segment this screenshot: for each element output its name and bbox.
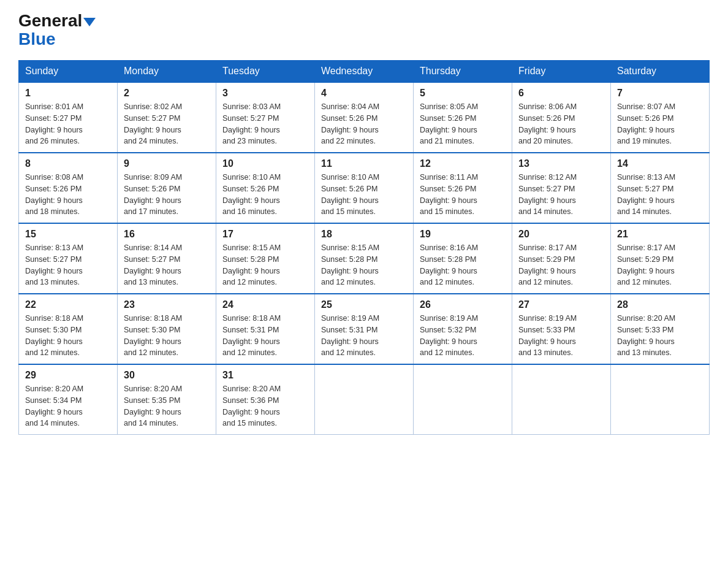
day-info: Sunrise: 8:19 AMSunset: 5:32 PMDaylight:… [420,313,506,359]
day-info: Sunrise: 8:20 AMSunset: 5:35 PMDaylight:… [124,383,210,429]
calendar-cell: 27Sunrise: 8:19 AMSunset: 5:33 PMDayligh… [512,294,611,364]
calendar-cell: 21Sunrise: 8:17 AMSunset: 5:29 PMDayligh… [611,223,710,294]
day-info: Sunrise: 8:19 AMSunset: 5:31 PMDaylight:… [321,313,407,359]
calendar-cell: 15Sunrise: 8:13 AMSunset: 5:27 PMDayligh… [19,223,118,294]
calendar-cell: 3Sunrise: 8:03 AMSunset: 5:27 PMDaylight… [216,82,315,153]
day-number: 17 [222,229,308,240]
calendar-cell: 9Sunrise: 8:09 AMSunset: 5:26 PMDaylight… [118,153,216,223]
day-number: 27 [518,299,604,310]
day-number: 8 [25,158,111,169]
day-number: 9 [124,158,210,169]
day-number: 20 [518,229,604,240]
day-number: 1 [25,88,111,99]
day-number: 28 [617,299,703,310]
logo-text: General [18,12,96,29]
calendar-cell: 8Sunrise: 8:08 AMSunset: 5:26 PMDaylight… [19,153,118,223]
calendar-cell: 4Sunrise: 8:04 AMSunset: 5:26 PMDaylight… [315,82,414,153]
day-number: 24 [222,299,308,310]
day-info: Sunrise: 8:10 AMSunset: 5:26 PMDaylight:… [222,172,308,218]
calendar-week-row: 15Sunrise: 8:13 AMSunset: 5:27 PMDayligh… [19,223,710,294]
calendar-cell: 25Sunrise: 8:19 AMSunset: 5:31 PMDayligh… [315,294,414,364]
day-number: 6 [518,88,604,99]
day-info: Sunrise: 8:20 AMSunset: 5:33 PMDaylight:… [617,313,703,359]
calendar-cell: 6Sunrise: 8:06 AMSunset: 5:26 PMDaylight… [512,82,611,153]
calendar-cell: 24Sunrise: 8:18 AMSunset: 5:31 PMDayligh… [216,294,315,364]
calendar-cell: 14Sunrise: 8:13 AMSunset: 5:27 PMDayligh… [611,153,710,223]
calendar-cell: 2Sunrise: 8:02 AMSunset: 5:27 PMDaylight… [118,82,216,153]
calendar-header-monday: Monday [118,61,216,83]
calendar-cell: 20Sunrise: 8:17 AMSunset: 5:29 PMDayligh… [512,223,611,294]
calendar-cell: 29Sunrise: 8:20 AMSunset: 5:34 PMDayligh… [19,364,118,435]
day-number: 12 [420,158,506,169]
calendar-table: SundayMondayTuesdayWednesdayThursdayFrid… [18,60,710,435]
calendar-week-row: 8Sunrise: 8:08 AMSunset: 5:26 PMDaylight… [19,153,710,223]
day-info: Sunrise: 8:03 AMSunset: 5:27 PMDaylight:… [222,101,308,147]
calendar-week-row: 1Sunrise: 8:01 AMSunset: 5:27 PMDaylight… [19,82,710,153]
day-number: 14 [617,158,703,169]
day-number: 26 [420,299,506,310]
calendar-cell: 19Sunrise: 8:16 AMSunset: 5:28 PMDayligh… [414,223,512,294]
day-info: Sunrise: 8:01 AMSunset: 5:27 PMDaylight:… [25,101,111,147]
day-info: Sunrise: 8:15 AMSunset: 5:28 PMDaylight:… [321,242,407,288]
day-info: Sunrise: 8:16 AMSunset: 5:28 PMDaylight:… [420,242,506,288]
calendar-cell: 16Sunrise: 8:14 AMSunset: 5:27 PMDayligh… [118,223,216,294]
calendar-cell: 23Sunrise: 8:18 AMSunset: 5:30 PMDayligh… [118,294,216,364]
calendar-cell: 31Sunrise: 8:20 AMSunset: 5:36 PMDayligh… [216,364,315,435]
day-number: 2 [124,88,210,99]
day-number: 4 [321,88,407,99]
day-info: Sunrise: 8:12 AMSunset: 5:27 PMDaylight:… [518,172,604,218]
calendar-week-row: 22Sunrise: 8:18 AMSunset: 5:30 PMDayligh… [19,294,710,364]
calendar-cell: 12Sunrise: 8:11 AMSunset: 5:26 PMDayligh… [414,153,512,223]
day-info: Sunrise: 8:18 AMSunset: 5:30 PMDaylight:… [124,313,210,359]
calendar-header-saturday: Saturday [611,61,710,83]
day-number: 23 [124,299,210,310]
calendar-cell: 30Sunrise: 8:20 AMSunset: 5:35 PMDayligh… [118,364,216,435]
calendar-cell [611,364,710,435]
day-info: Sunrise: 8:07 AMSunset: 5:26 PMDaylight:… [617,101,703,147]
calendar-cell: 1Sunrise: 8:01 AMSunset: 5:27 PMDaylight… [19,82,118,153]
day-number: 7 [617,88,703,99]
day-number: 15 [25,229,111,240]
calendar-cell: 11Sunrise: 8:10 AMSunset: 5:26 PMDayligh… [315,153,414,223]
calendar-cell: 26Sunrise: 8:19 AMSunset: 5:32 PMDayligh… [414,294,512,364]
day-number: 11 [321,158,407,169]
logo-blue: Blue [18,29,56,49]
day-info: Sunrise: 8:06 AMSunset: 5:26 PMDaylight:… [518,101,604,147]
day-number: 3 [222,88,308,99]
day-info: Sunrise: 8:05 AMSunset: 5:26 PMDaylight:… [420,101,506,147]
logo-triangle-icon [83,18,96,26]
day-info: Sunrise: 8:10 AMSunset: 5:26 PMDaylight:… [321,172,407,218]
calendar-header-tuesday: Tuesday [216,61,315,83]
logo: General Blue [18,12,96,49]
day-info: Sunrise: 8:13 AMSunset: 5:27 PMDaylight:… [617,172,703,218]
day-number: 30 [124,370,210,381]
calendar-cell [414,364,512,435]
day-info: Sunrise: 8:04 AMSunset: 5:26 PMDaylight:… [321,101,407,147]
calendar-cell: 7Sunrise: 8:07 AMSunset: 5:26 PMDaylight… [611,82,710,153]
calendar-header-row: SundayMondayTuesdayWednesdayThursdayFrid… [19,61,710,83]
calendar-header-thursday: Thursday [414,61,512,83]
day-number: 16 [124,229,210,240]
day-number: 13 [518,158,604,169]
calendar-cell: 13Sunrise: 8:12 AMSunset: 5:27 PMDayligh… [512,153,611,223]
day-info: Sunrise: 8:02 AMSunset: 5:27 PMDaylight:… [124,101,210,147]
day-info: Sunrise: 8:15 AMSunset: 5:28 PMDaylight:… [222,242,308,288]
calendar-header-wednesday: Wednesday [315,61,414,83]
day-number: 18 [321,229,407,240]
calendar-header-friday: Friday [512,61,611,83]
calendar-cell: 10Sunrise: 8:10 AMSunset: 5:26 PMDayligh… [216,153,315,223]
day-info: Sunrise: 8:11 AMSunset: 5:26 PMDaylight:… [420,172,506,218]
page-header: General Blue [18,12,710,49]
day-number: 29 [25,370,111,381]
day-number: 25 [321,299,407,310]
day-info: Sunrise: 8:20 AMSunset: 5:34 PMDaylight:… [25,383,111,429]
calendar-week-row: 29Sunrise: 8:20 AMSunset: 5:34 PMDayligh… [19,364,710,435]
calendar-cell: 28Sunrise: 8:20 AMSunset: 5:33 PMDayligh… [611,294,710,364]
day-number: 22 [25,299,111,310]
day-number: 31 [222,370,308,381]
calendar-cell: 5Sunrise: 8:05 AMSunset: 5:26 PMDaylight… [414,82,512,153]
day-info: Sunrise: 8:09 AMSunset: 5:26 PMDaylight:… [124,172,210,218]
calendar-cell: 17Sunrise: 8:15 AMSunset: 5:28 PMDayligh… [216,223,315,294]
calendar-cell: 22Sunrise: 8:18 AMSunset: 5:30 PMDayligh… [19,294,118,364]
day-info: Sunrise: 8:08 AMSunset: 5:26 PMDaylight:… [25,172,111,218]
